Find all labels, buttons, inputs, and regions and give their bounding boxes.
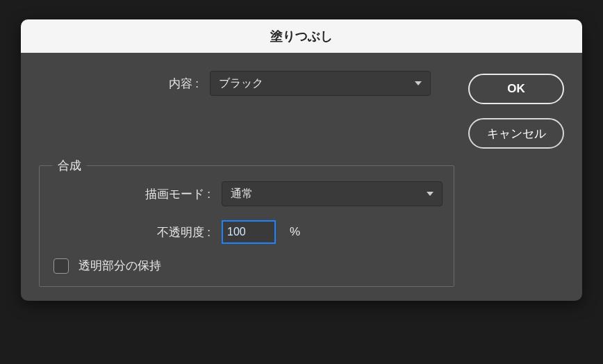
- content-select[interactable]: ブラック: [210, 71, 431, 96]
- chevron-down-icon: [415, 81, 422, 85]
- preserve-transparency-checkbox[interactable]: [53, 258, 69, 274]
- ok-button-label: OK: [507, 82, 525, 96]
- ok-button[interactable]: OK: [468, 74, 564, 104]
- blend-mode-select[interactable]: 通常: [222, 181, 443, 206]
- preserve-transparency-row: 透明部分の保持: [51, 258, 443, 274]
- opacity-label: 不透明度 :: [51, 224, 222, 240]
- content-select-value: ブラック: [219, 76, 263, 91]
- blend-mode-label: 描画モード :: [51, 186, 222, 202]
- opacity-unit: %: [290, 225, 300, 239]
- right-column: OK キャンセル: [468, 71, 564, 287]
- compositing-fieldset: 合成 描画モード : 通常 不透明度 : % 透明部分の保持: [39, 165, 454, 287]
- content-label: 内容 :: [39, 76, 210, 92]
- opacity-row: 不透明度 : %: [51, 220, 443, 244]
- preserve-transparency-label: 透明部分の保持: [79, 258, 161, 274]
- blend-mode-value: 通常: [231, 187, 253, 201]
- dialog-titlebar: 塗りつぶし: [21, 19, 582, 53]
- compositing-legend: 合成: [52, 158, 87, 174]
- dialog-body: 内容 : ブラック 合成 描画モード : 通常 不透明度 :: [21, 53, 582, 301]
- cancel-button[interactable]: キャンセル: [468, 118, 564, 149]
- left-column: 内容 : ブラック 合成 描画モード : 通常 不透明度 :: [39, 71, 454, 287]
- cancel-button-label: キャンセル: [487, 126, 546, 142]
- fill-dialog: 塗りつぶし 内容 : ブラック 合成 描画モード : 通常: [21, 19, 582, 301]
- blend-mode-row: 描画モード : 通常: [51, 181, 443, 206]
- content-row: 内容 : ブラック: [39, 71, 454, 96]
- chevron-down-icon: [427, 192, 433, 196]
- dialog-title: 塗りつぶし: [270, 28, 333, 44]
- opacity-input[interactable]: [222, 220, 276, 244]
